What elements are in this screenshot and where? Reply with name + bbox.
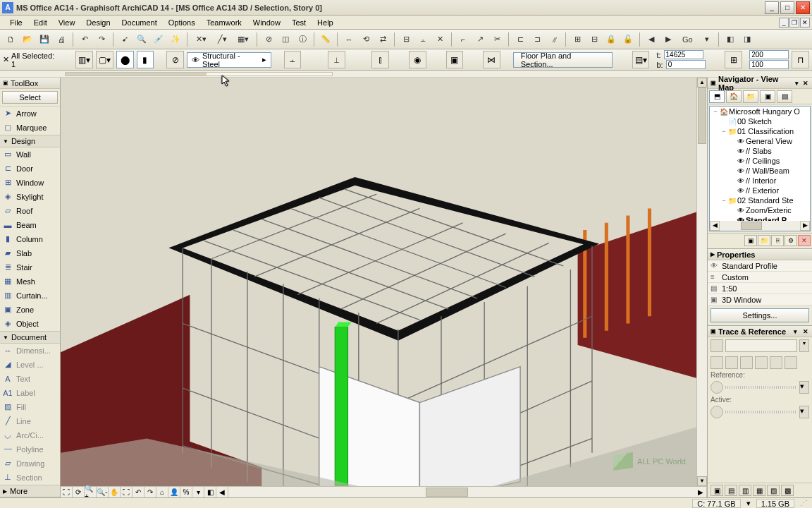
dim-d-input[interactable] [749,60,789,69]
tree-item[interactable]: 👁// Slabs [710,146,810,156]
navtab-layout2[interactable]: ▤ [777,90,792,103]
qv-options-button[interactable]: ⛶ [61,487,73,497]
tool-label[interactable]: A1Label [0,386,60,400]
more-section[interactable]: ▶More [0,485,60,497]
navigator-opts-button[interactable]: ▾ [793,79,800,87]
properties-settings-button[interactable]: Settings... [710,308,809,322]
trace-close-button[interactable]: ✕ [801,327,809,335]
horizontal-scrollbar[interactable] [228,487,695,497]
resize-grip[interactable]: ⋰ [800,499,808,508]
prop-custom-row[interactable]: ≡Custom [708,272,812,283]
tool-dimension[interactable]: ↔Dimensi... [0,344,60,358]
qv-zoom-out-button[interactable]: 🔍- [97,487,109,497]
trace-btn-a[interactable] [710,356,723,369]
menu-document[interactable]: Document [116,17,163,28]
menu-options[interactable]: Options [163,17,201,28]
trace-bottom-d[interactable]: ▦ [753,485,765,496]
ungroup-button[interactable]: ⊟ [586,32,602,47]
navigator-close-button[interactable]: ✕ [802,79,809,87]
active-opacity-slider[interactable] [725,411,797,413]
undo-button[interactable]: ↶ [77,32,92,47]
tool-wall[interactable]: ▭Wall [0,147,60,162]
lock-button[interactable]: 🔒 [603,32,619,47]
nav-new-view-button[interactable]: ▣ [744,235,757,246]
tool-text[interactable]: AText [0,372,60,386]
ref-color-button[interactable] [710,381,723,394]
tool-arrow[interactable]: ➤Arrow [0,107,60,121]
qv-split-button[interactable]: ◧ [204,487,216,497]
minimize-button[interactable]: _ [765,1,779,14]
trace-ref-button[interactable] [710,339,723,352]
tree-item[interactable]: 👁// Exterior [710,186,810,195]
menu-help[interactable]: Help [312,17,339,28]
structure-a-button[interactable]: ⫠ [284,51,302,68]
3d-viewport[interactable]: ALL PC World ▲ ▼ ⛶ ⟳ 🔍+ 🔍- ✋ ⛶ ↶ ↷ ⌂ 👤 %… [61,78,708,497]
link-dim-button[interactable]: ⊓ [792,51,809,68]
hscroll-right-button[interactable]: ▶ [695,487,707,497]
cut-button[interactable]: ⋈ [483,51,500,68]
inject-button[interactable]: 💉 [151,32,166,47]
profile-button[interactable]: ▤▾ [632,51,650,68]
ruler-button[interactable]: 📏 [318,32,333,47]
tool-fill[interactable]: ▨Fill [0,400,60,414]
nav-new-folder-button[interactable]: 📁 [758,235,770,246]
close-tab-icon[interactable]: ✕ [3,55,9,64]
active-more-button[interactable]: ▾ [799,406,809,418]
intersect-button[interactable]: ✕ [432,32,448,47]
tool-column[interactable]: ▮Column [0,232,60,246]
doc-minimize-button[interactable]: _ [779,18,789,28]
home-story-button[interactable]: ◉ [409,51,426,68]
tool-beam[interactable]: ▬Beam [0,218,60,232]
back-button[interactable]: ◀ [644,32,659,47]
qv-next-button[interactable]: ↷ [144,487,156,497]
forward-button[interactable]: ▶ [660,32,676,47]
suspend-button[interactable]: ⊘ [261,32,276,47]
adjust-button[interactable]: ⫠ [415,32,431,47]
edit-sel-button[interactable]: ◧ [722,32,738,47]
close-button[interactable]: ✕ [796,1,810,14]
structure-c-button[interactable]: ⫿ [371,51,389,68]
tool-roof[interactable]: ▱Roof [0,204,60,218]
menu-design[interactable]: Design [80,17,116,28]
navtab-view[interactable]: 🏠 [726,90,742,103]
qv-fit-button[interactable]: ⛶ [121,487,133,497]
find-button[interactable]: 🔍 [134,32,149,47]
trace-btn-f[interactable] [785,356,797,369]
qv-more-button[interactable]: ▾ [192,487,204,497]
ref-opacity-slider[interactable] [725,386,797,389]
tool-stair[interactable]: ≣Stair [0,260,60,274]
resize-button[interactable]: ↗ [472,32,488,47]
qv-home-button[interactable]: ⌂ [156,487,168,497]
tool-arc[interactable]: ◡Arc/Ci... [0,428,60,442]
trace-ref-dropdown[interactable] [725,339,797,352]
distribute-button[interactable]: ⊐ [529,32,545,47]
go-button[interactable]: Go [677,32,698,47]
grid-button[interactable]: ▦▾ [233,32,253,47]
navtab-project[interactable]: ⬒ [709,90,725,103]
tool-marquee[interactable]: ▢Marquee [0,121,60,135]
tool-polyline[interactable]: 〰Polyline [0,442,60,456]
tool-object[interactable]: ◈Object [0,317,60,331]
menu-file[interactable]: File [4,17,28,28]
navigator-tree[interactable]: −🏠Microsoft Hungary O📄00 Sketch−📁01 Clas… [709,106,811,231]
align-button[interactable]: ⊏ [512,32,528,47]
fillet-button[interactable]: ⌐ [455,32,471,47]
pick-button[interactable]: ➹ [117,32,133,47]
tree-item[interactable]: 👁Zoom/Exteric [710,205,810,215]
dropdown-icon[interactable]: ▾ [746,499,751,508]
tool-zone[interactable]: ▣Zone [0,303,60,317]
trace-opts-button[interactable]: ▾ [792,327,799,335]
qv-prev-button[interactable]: ↶ [133,487,144,497]
prop-profile-row[interactable]: 👁Standard Profile [708,260,812,272]
info-marquee-button[interactable]: ▢▾ [96,51,113,68]
dim-c-input[interactable] [749,50,789,59]
vertical-scrollbar[interactable]: ▲ ▼ [696,78,707,486]
qv-scale-button[interactable]: % [180,487,192,497]
floor-plan-section-button[interactable]: Floor Plan and Section... [513,52,613,68]
tool-slab[interactable]: ▰Slab [0,246,60,260]
hscroll-left-button[interactable]: ◀ [216,487,228,497]
info-default-button[interactable]: ▥▾ [75,51,93,68]
nav-settings-button[interactable]: ⚙ [785,235,797,246]
tool-door[interactable]: ⊏Door [0,162,60,176]
scroll-up-button[interactable]: ▲ [697,78,707,87]
